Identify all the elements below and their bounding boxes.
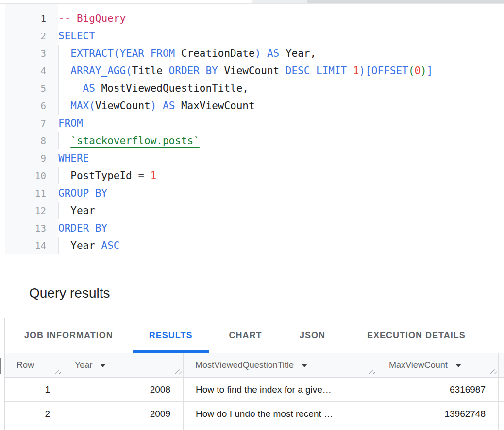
code-token [58,48,70,59]
code-token: Title [132,65,169,77]
top-tab-strip [0,0,504,4]
code-token: AS [163,100,175,112]
tab-label: EXECUTION DETAILS [367,331,466,341]
column-header-label: MostViewedQuestionTitle [195,360,294,370]
line-number: 4 [4,62,57,80]
tab-label: CHART [229,331,262,341]
code-text: ORDER BY [57,219,107,237]
column-resize-handle[interactable] [174,368,181,375]
tab-label: RESULTS [149,331,193,341]
code-text: ARRAY_AGG(Title ORDER BY ViewCount DESC … [57,62,433,80]
tab-json[interactable]: JSON [282,318,343,353]
code-token: -- BigQuery [58,13,126,24]
column-resize-handle[interactable] [489,368,496,375]
code-text: WHERE [57,149,89,167]
header-filler [499,353,504,377]
results-table-body: 12008How to find the index for a give…63… [5,378,504,430]
code-line[interactable]: 13ORDER BY [4,219,504,237]
column-header-year[interactable]: Year [63,353,184,377]
tab-results[interactable]: RESULTS [133,318,209,353]
table-cell [377,426,499,430]
table-row: 22009How do I undo the most recent …1396… [5,402,504,426]
code-text: PostTypeId = 1 [57,167,156,184]
table-cell: How do I undo the most recent … [184,402,377,426]
code-token [58,65,70,77]
code-line[interactable]: 4 ARRAY_AGG(Title ORDER BY ViewCount DES… [4,62,504,80]
code-token: SELECT [58,30,95,42]
code-token [58,135,70,147]
table-cell [5,426,63,430]
sort-arrow-icon[interactable] [302,364,307,367]
column-header-label: Year [75,360,92,370]
sort-arrow-icon[interactable] [455,364,461,367]
code-token: Year [58,240,101,251]
code-line[interactable]: 1-- BigQuery [4,10,504,27]
table-cell [184,426,377,430]
code-token [347,65,353,77]
code-token [144,48,151,59]
code-token: AS [267,48,279,59]
code-text: AS MostViewedQuestionTitle, [57,80,249,97]
code-line[interactable]: 14 Year ASC [4,237,504,254]
code-token: 1 [353,65,359,77]
tab-execution-details[interactable]: EXECUTION DETAILS [350,318,504,353]
code-token: AS [83,83,95,94]
code-token [144,170,151,182]
code-token: PostTypeId [58,170,138,182]
results-tab-bar: JOB INFORMATIONRESULTSCHARTJSONEXECUTION… [4,318,504,353]
code-line[interactable]: 2SELECT [4,27,504,45]
row-filler [499,402,504,426]
results-table-header-row: RowYearMostViewedQuestionTitleMaxViewCou… [5,353,504,378]
code-text: Year [57,202,95,219]
code-line[interactable]: 8 `stackoverflow.posts` [4,132,504,149]
sql-editor[interactable]: 1-- BigQuery2SELECT3 EXTRACT(YEAR FROM C… [4,4,504,268]
code-line[interactable]: 9WHERE [4,149,504,167]
code-line[interactable]: 12 Year [4,202,504,219]
code-token [261,48,267,59]
table-cell: 1 [5,378,63,401]
sort-arrow-icon[interactable] [100,364,106,367]
line-number: 10 [4,167,57,184]
line-number: 3 [4,45,57,62]
tab-chart[interactable]: CHART [220,318,271,353]
tab-label: JOB INFORMATION [24,331,113,341]
code-token: ViewCount [218,65,286,77]
code-line[interactable]: 7FROM [4,115,504,132]
code-token: ARRAY_AGG( [70,65,132,77]
code-token: FROM [58,117,83,129]
line-number: 14 [4,237,57,254]
code-token: MaxViewCount [175,100,254,112]
table-cell: 13962748 [377,402,499,426]
column-resize-handle[interactable] [368,368,375,375]
code-text: FROM [57,115,83,132]
code-token: EXTRACT(YEAR [70,48,144,59]
table-cell: 2 [5,402,63,426]
table-cell: 2009 [63,402,184,426]
code-text: GROUP BY [57,184,107,202]
top-tab-strip-remainder [307,0,504,3]
query-results-header: Query results [0,268,504,318]
code-token: 1 [151,170,157,182]
vertical-scrollbar-thumb[interactable] [0,358,1,374]
code-token: ] [427,65,433,77]
column-header-row[interactable]: Row [5,353,63,377]
column-resize-handle[interactable] [54,368,61,375]
code-line[interactable]: 11GROUP BY [4,184,504,202]
column-header-mostviewedquestiontitle[interactable]: MostViewedQuestionTitle [184,353,377,377]
code-token: ) [255,48,261,59]
code-token: DESC LIMIT [286,65,347,77]
code-text: SELECT [57,27,95,45]
line-number: 5 [4,80,57,97]
column-header-maxviewcount[interactable]: MaxViewCount [377,353,499,377]
line-number: 6 [4,97,57,115]
code-token: WHERE [58,152,89,164]
code-line[interactable]: 10 PostTypeId = 1 [4,167,504,184]
code-line[interactable]: 3 EXTRACT(YEAR FROM CreationDate) AS Yea… [4,45,504,62]
code-line[interactable]: 6 MAX(ViewCount) AS MaxViewCount [4,97,504,115]
table-reference-link[interactable]: `stackoverflow.posts` [70,135,200,147]
code-token [58,100,70,112]
tab-job-information[interactable]: JOB INFORMATION [18,318,119,353]
code-lines[interactable]: 1-- BigQuery2SELECT3 EXTRACT(YEAR FROM C… [4,10,504,254]
page-title: Query results [29,285,110,301]
code-line[interactable]: 5 AS MostViewedQuestionTitle, [4,80,504,97]
